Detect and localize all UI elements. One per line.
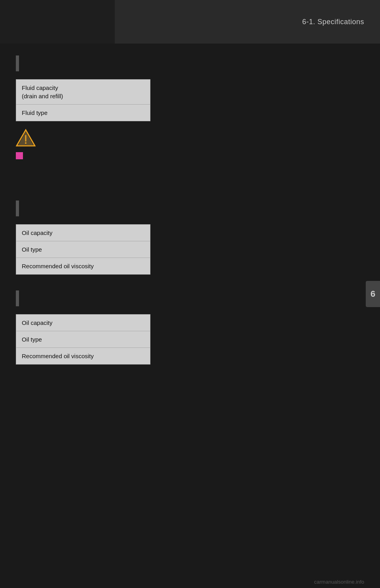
warning-icon xyxy=(16,128,36,148)
table-cell-oil-capacity-2: Oil capacity xyxy=(16,314,150,331)
table-row: Fluid type xyxy=(16,105,150,121)
header-bar: 6-1. Specifications xyxy=(0,0,380,44)
table-row: Oil type xyxy=(16,241,150,258)
transmission-table: Fluid capacity(drain and refill) Fluid t… xyxy=(16,79,150,121)
table-row: Oil capacity xyxy=(16,224,150,241)
table-row: Oil capacity xyxy=(16,314,150,331)
section-marker-2 xyxy=(16,200,19,216)
main-content: Fluid capacity(drain and refill) Fluid t… xyxy=(0,44,380,588)
section-marker-3 xyxy=(16,290,19,306)
table-cell-oil-type-2: Oil type xyxy=(16,331,150,347)
pink-bullet xyxy=(16,152,23,159)
engine-oil-table-2: Oil capacity Oil type Recommended oil vi… xyxy=(16,314,150,365)
watermark: carmanualsonline.info xyxy=(314,579,364,585)
chapter-tab-label: 6 xyxy=(370,289,375,299)
table-cell-oil-capacity-1: Oil capacity xyxy=(16,224,150,241)
table-row: Recommended oil viscosity xyxy=(16,258,150,274)
table-row: Fluid capacity(drain and refill) xyxy=(16,80,150,105)
table-row: Oil type xyxy=(16,331,150,347)
section-engine-oil-2: Oil capacity Oil type Recommended oil vi… xyxy=(16,290,364,365)
section-transmission: Fluid capacity(drain and refill) Fluid t… xyxy=(16,55,364,177)
svg-point-3 xyxy=(25,142,27,144)
table-cell: Fluid type xyxy=(16,105,150,121)
section-marker-1 xyxy=(16,55,19,71)
header-title: 6-1. Specifications xyxy=(302,18,364,26)
section-engine-oil-1: Oil capacity Oil type Recommended oil vi… xyxy=(16,200,364,275)
table-cell-oil-viscosity-2: Recommended oil viscosity xyxy=(16,347,150,364)
body-text-1 xyxy=(16,167,356,177)
table-cell-oil-viscosity-1: Recommended oil viscosity xyxy=(16,258,150,274)
engine-oil-table-1: Oil capacity Oil type Recommended oil vi… xyxy=(16,224,150,275)
table-cell-oil-type-1: Oil type xyxy=(16,241,150,258)
table-row: Recommended oil viscosity xyxy=(16,347,150,364)
chapter-tab: 6 xyxy=(366,281,380,307)
table-cell: Fluid capacity(drain and refill) xyxy=(16,80,150,105)
